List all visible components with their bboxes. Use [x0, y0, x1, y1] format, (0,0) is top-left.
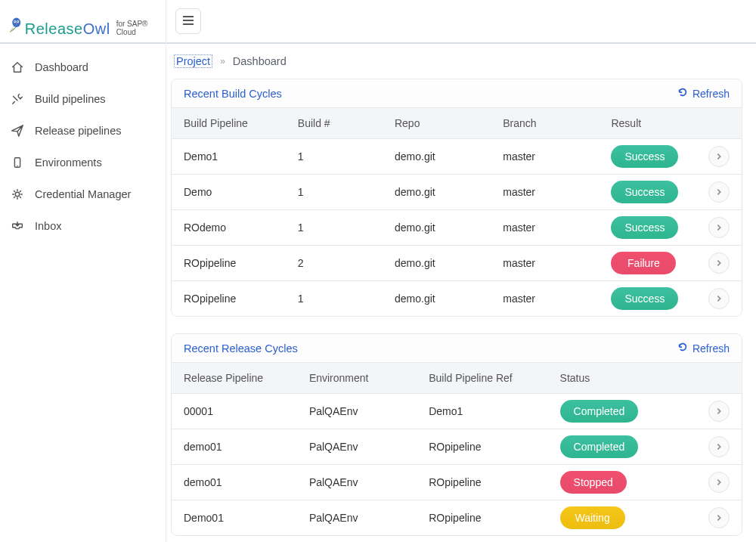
status-badge: Success: [611, 181, 678, 203]
build-branch-cell: master: [491, 210, 599, 246]
sidebar-item-label: Inbox: [35, 220, 61, 232]
gear-user-icon: [11, 187, 24, 201]
table-row: demo01PalQAEnvROpipelineCompleted: [172, 429, 742, 465]
inbox-icon: [11, 219, 24, 233]
table-row: 00001PalQAEnvDemo1Completed: [172, 394, 742, 429]
sidebar-item-label: Environments: [35, 156, 102, 169]
panel-recent-releases: Recent Release Cycles Refresh Release Pi…: [171, 333, 742, 536]
sidebar-item-dashboard[interactable]: Dashboard: [0, 51, 166, 83]
refresh-label: Refresh: [692, 342, 730, 355]
build-result-cell: Failure: [599, 246, 696, 281]
svg-point-3: [14, 21, 15, 22]
owl-icon: [8, 17, 22, 38]
row-details-button[interactable]: [708, 436, 730, 457]
topbar: [166, 0, 756, 44]
release-status-cell: Waiting: [548, 500, 696, 536]
brand-tagline: for SAP® Cloud: [116, 20, 158, 36]
send-icon: [11, 124, 24, 138]
release-pipeline-cell: demo01: [172, 429, 297, 465]
release-col-header: Status: [548, 363, 696, 394]
build-col-header: Result: [599, 108, 696, 139]
content-area: Project » Dashboard Recent Build Cycles …: [166, 44, 756, 542]
release-status-cell: Completed: [548, 394, 696, 429]
row-details-button[interactable]: [708, 472, 730, 493]
chevron-right-icon: [716, 257, 722, 269]
table-row: Demo1demo.gitmasterSuccess: [172, 175, 742, 210]
sidebar-item-label: Credential Manager: [35, 188, 131, 200]
build-number-cell: 1: [286, 210, 383, 246]
release-col-header: Release Pipeline: [172, 363, 297, 394]
refresh-builds-button[interactable]: Refresh: [677, 87, 730, 100]
breadcrumb-root-link[interactable]: Project: [174, 54, 212, 68]
release-ref-cell: ROpipeline: [417, 465, 547, 500]
build-result-cell: Success: [599, 175, 696, 210]
build-col-header: Branch: [491, 108, 599, 139]
panel-title-builds: Recent Build Cycles: [184, 88, 282, 100]
build-pipeline-cell: ROpipeline: [172, 281, 286, 317]
release-pipeline-cell: Demo01: [172, 500, 297, 536]
table-row: ROpipeline2demo.gitmasterFailure: [172, 246, 742, 281]
build-repo-cell: demo.git: [383, 210, 491, 246]
build-col-header: Build #: [286, 108, 383, 139]
build-number-cell: 2: [286, 246, 383, 281]
chevron-right-icon: [716, 293, 722, 305]
sidebar-item-release-pipelines[interactable]: Release pipelines: [0, 115, 166, 147]
build-result-cell: Success: [599, 210, 696, 246]
status-badge: Waiting: [560, 506, 625, 529]
release-env-cell: PalQAEnv: [297, 465, 417, 500]
row-details-button[interactable]: [708, 401, 730, 422]
build-number-cell: 1: [286, 281, 383, 317]
row-details-button[interactable]: [708, 181, 730, 203]
table-row: ROdemo1demo.gitmasterSuccess: [172, 210, 742, 246]
release-col-header: Build Pipeline Ref: [417, 363, 547, 394]
build-pipeline-cell: ROdemo: [172, 210, 286, 246]
row-details-button[interactable]: [708, 217, 730, 238]
sidebar-item-environments[interactable]: Environments: [0, 147, 166, 178]
panel-recent-builds: Recent Build Cycles Refresh Build Pipeli…: [171, 79, 742, 317]
refresh-icon: [677, 342, 688, 355]
sidebar-item-label: Dashboard: [35, 61, 88, 73]
build-branch-cell: master: [491, 175, 599, 210]
status-badge: Failure: [611, 252, 676, 274]
brand-name: ReleaseOwl: [25, 20, 110, 38]
table-row: Demo11demo.gitmasterSuccess: [172, 139, 742, 175]
row-details-button[interactable]: [708, 146, 730, 167]
svg-point-4: [17, 21, 18, 22]
table-row: Demo01PalQAEnvROpipelineWaiting: [172, 500, 742, 536]
build-repo-cell: demo.git: [383, 246, 491, 281]
release-pipeline-cell: 00001: [172, 394, 297, 429]
status-badge: Success: [611, 216, 678, 239]
sidebar: ReleaseOwl for SAP® Cloud DashboardBuild…: [0, 0, 166, 542]
chevron-right-icon: [716, 150, 722, 163]
menu-toggle-button[interactable]: [175, 8, 201, 34]
chevron-right-icon: [716, 441, 722, 453]
release-ref-cell: Demo1: [417, 394, 547, 429]
row-details-button[interactable]: [708, 288, 730, 309]
sidebar-item-label: Release pipelines: [35, 125, 121, 137]
row-details-button[interactable]: [708, 252, 730, 274]
status-badge: Success: [611, 287, 678, 310]
releases-table: Release PipelineEnvironmentBuild Pipelin…: [172, 363, 742, 535]
breadcrumb-separator-icon: »: [220, 56, 225, 67]
home-icon: [11, 60, 24, 74]
sidebar-item-credential-manager[interactable]: Credential Manager: [0, 178, 166, 210]
hamburger-icon: [182, 15, 194, 28]
sidebar-item-build-pipelines[interactable]: Build pipelines: [0, 83, 166, 115]
status-badge: Completed: [560, 435, 639, 458]
build-pipeline-cell: Demo: [172, 175, 286, 210]
builds-table: Build PipelineBuild #RepoBranchResult De…: [172, 108, 742, 316]
refresh-label: Refresh: [692, 88, 730, 100]
row-details-button[interactable]: [708, 507, 730, 528]
release-status-cell: Stopped: [548, 465, 696, 500]
build-repo-cell: demo.git: [383, 139, 491, 175]
release-status-cell: Completed: [548, 429, 696, 465]
build-col-header: Repo: [383, 108, 491, 139]
release-ref-cell: ROpipeline: [417, 429, 547, 465]
release-env-cell: PalQAEnv: [297, 394, 417, 429]
refresh-releases-button[interactable]: Refresh: [677, 342, 730, 355]
build-result-cell: Success: [599, 281, 696, 317]
build-number-cell: 1: [286, 139, 383, 175]
chevron-right-icon: [716, 476, 722, 488]
sidebar-item-inbox[interactable]: Inbox: [0, 210, 166, 242]
build-pipeline-cell: Demo1: [172, 139, 286, 175]
